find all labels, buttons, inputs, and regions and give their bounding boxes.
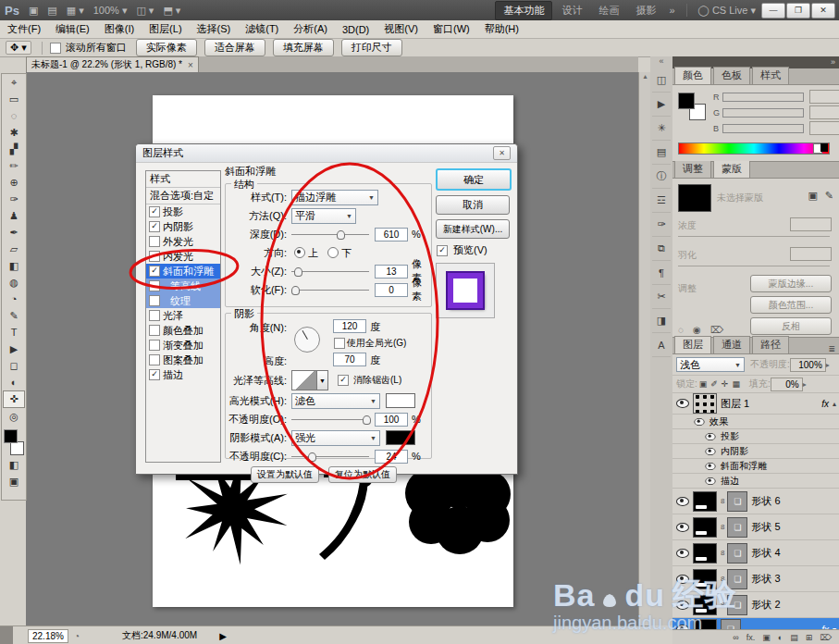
view-preset-button[interactable]: 适合屏幕 bbox=[204, 39, 265, 56]
mask-enable-icon[interactable]: ◌ bbox=[678, 325, 684, 335]
panel-menu-icon[interactable]: ≣ bbox=[824, 344, 839, 353]
style-checkbox[interactable] bbox=[149, 295, 160, 306]
channel-gradient-bar[interactable] bbox=[722, 124, 804, 133]
workspace-button[interactable]: 绘画 bbox=[591, 2, 626, 19]
blending-options-item[interactable]: 混合选项:自定 bbox=[146, 188, 220, 204]
actions-panel-icon[interactable]: ▶ bbox=[652, 93, 671, 117]
cancel-button[interactable]: 取消 bbox=[436, 195, 510, 215]
panel-tab[interactable]: 调整 bbox=[674, 160, 711, 178]
style-checkbox[interactable] bbox=[149, 236, 160, 247]
fill-thumbnail[interactable] bbox=[693, 491, 717, 512]
info-panel-icon[interactable]: ⓘ bbox=[652, 165, 671, 189]
effect-row[interactable]: 描边 bbox=[672, 474, 839, 489]
visibility-eye-icon[interactable] bbox=[694, 418, 704, 426]
document-close-icon[interactable]: × bbox=[188, 60, 193, 70]
style-list-item[interactable]: 颜色叠加 bbox=[146, 323, 220, 338]
collapse-effects-icon[interactable]: ▴ bbox=[833, 400, 839, 408]
menu-item[interactable]: 帮助(H) bbox=[477, 20, 526, 38]
make-default-button[interactable]: 设置为默认值 bbox=[251, 466, 319, 483]
style-list-item[interactable]: 渐变叠加 bbox=[146, 338, 220, 353]
menu-item[interactable]: 视图(V) bbox=[376, 20, 426, 38]
gloss-contour-dropdown-icon[interactable]: ▼ bbox=[317, 370, 328, 390]
effect-row[interactable]: 投影 bbox=[672, 429, 839, 444]
panel-color-swatch-widget[interactable] bbox=[678, 93, 706, 120]
brush-panel-icon[interactable]: ✑ bbox=[652, 213, 671, 237]
anti-aliased-checkbox[interactable] bbox=[338, 375, 349, 386]
status-menu-arrow-icon[interactable]: ▶ bbox=[219, 631, 227, 641]
style-checkbox[interactable] bbox=[149, 206, 160, 217]
close-button[interactable]: ✕ bbox=[811, 3, 835, 19]
character-panel-icon[interactable]: A bbox=[652, 333, 671, 357]
adjustment-layer-icon[interactable]: ◐ bbox=[778, 633, 783, 642]
bevel-style-select[interactable]: 描边浮雕▼ bbox=[291, 190, 378, 205]
visibility-eye-icon[interactable] bbox=[676, 601, 689, 610]
gloss-contour-thumbnail[interactable] bbox=[291, 370, 317, 390]
panel-tab[interactable]: 色板 bbox=[713, 67, 750, 84]
layer-thumbnail[interactable] bbox=[693, 393, 717, 414]
bridge-icon[interactable]: ▣ bbox=[29, 5, 38, 17]
expand-dock-icon[interactable]: « bbox=[659, 56, 663, 68]
size-value[interactable]: 13 bbox=[375, 265, 408, 279]
style-list-item[interactable]: 外发光 bbox=[146, 234, 220, 249]
shape-layer-row[interactable]: 8 ❏ 形状 3 bbox=[672, 566, 839, 592]
ok-button[interactable]: 确定 bbox=[436, 168, 512, 191]
style-list-item[interactable]: 纹理 bbox=[146, 293, 220, 308]
lock-pixels-icon[interactable]: ✐ bbox=[710, 379, 718, 389]
lasso-tool[interactable]: ◌ bbox=[4, 107, 24, 124]
fill-thumbnail[interactable] bbox=[693, 569, 717, 589]
brush-tool[interactable]: ✑ bbox=[4, 191, 24, 207]
density-value[interactable] bbox=[790, 217, 832, 231]
panel-tab[interactable]: 图层 bbox=[674, 336, 711, 353]
soften-value[interactable]: 0 bbox=[375, 283, 408, 297]
effect-row[interactable]: 内阴影 bbox=[672, 444, 839, 459]
styles-list-header[interactable]: 样式 bbox=[146, 171, 220, 188]
visibility-eye-icon[interactable] bbox=[676, 523, 689, 532]
clone-stamp-tool[interactable]: ♟ bbox=[4, 207, 24, 224]
highlight-color-swatch[interactable] bbox=[386, 393, 415, 408]
style-checkbox[interactable] bbox=[149, 310, 160, 321]
workspace-overflow-icon[interactable]: » bbox=[669, 5, 674, 16]
style-checkbox[interactable] bbox=[149, 354, 160, 365]
density-slider[interactable] bbox=[678, 236, 830, 237]
view-preset-button[interactable]: 实际像素 bbox=[136, 39, 197, 56]
gradient-tool[interactable]: ◧ bbox=[4, 257, 24, 274]
color-channel-row[interactable]: B 0 bbox=[713, 120, 839, 136]
histogram-panel-icon[interactable]: ☲ bbox=[652, 189, 671, 213]
mask-action-button[interactable]: 反相 bbox=[750, 317, 832, 335]
fill-value[interactable]: 0% bbox=[771, 378, 803, 391]
workspace-button[interactable]: 设计 bbox=[554, 2, 589, 19]
technique-select[interactable]: 平滑▼ bbox=[291, 208, 356, 224]
fill-spinner-icon[interactable]: ▸ bbox=[803, 380, 807, 389]
shadow-mode-select[interactable]: 强光▼ bbox=[291, 430, 380, 446]
add-mask-icon[interactable]: ▣ bbox=[762, 633, 771, 642]
shadow-opacity-slider[interactable] bbox=[291, 451, 369, 462]
quick-selection-tool[interactable]: ✱ bbox=[4, 124, 24, 141]
view-preset-button[interactable]: 打印尺寸 bbox=[341, 39, 402, 56]
depth-slider[interactable] bbox=[291, 229, 369, 240]
panel-tab[interactable]: 样式 bbox=[752, 67, 789, 84]
history-panel-icon[interactable]: ◫ bbox=[652, 68, 671, 93]
panel-tab[interactable]: 通道 bbox=[713, 336, 750, 353]
type-tool[interactable]: T bbox=[4, 324, 24, 341]
vector-mask-icon[interactable]: ✎ bbox=[825, 190, 833, 202]
hand-tool[interactable]: ✜ bbox=[3, 390, 25, 408]
style-list-item[interactable]: 描边 bbox=[146, 367, 220, 382]
path-selection-tool[interactable]: ▶ bbox=[4, 341, 24, 357]
menu-item[interactable]: 图层(L) bbox=[142, 20, 189, 38]
preview-checkbox[interactable] bbox=[437, 245, 448, 256]
lock-all-icon[interactable]: ▦ bbox=[732, 379, 740, 389]
channel-gradient-bar[interactable] bbox=[722, 108, 804, 118]
visibility-eye-icon[interactable] bbox=[676, 399, 689, 408]
style-checkbox[interactable] bbox=[149, 280, 160, 291]
screen-mode-icon[interactable]: ⬒ ▾ bbox=[163, 5, 180, 17]
notes-panel-icon[interactable]: ◨ bbox=[652, 309, 671, 333]
blur-tool[interactable]: ◍ bbox=[4, 274, 24, 291]
view-preset-button[interactable]: 填充屏幕 bbox=[273, 39, 334, 56]
highlight-opacity-slider[interactable] bbox=[291, 414, 369, 425]
fill-thumbnail[interactable] bbox=[693, 543, 717, 564]
shape-tool[interactable]: ◻ bbox=[4, 357, 24, 374]
vector-mask-thumbnail[interactable]: ❏ bbox=[727, 491, 747, 512]
mask-action-button[interactable]: 颜色范围... bbox=[750, 296, 832, 314]
style-list-item[interactable]: 光泽 bbox=[146, 308, 220, 323]
lock-transparency-icon[interactable]: ▣ bbox=[699, 379, 708, 389]
